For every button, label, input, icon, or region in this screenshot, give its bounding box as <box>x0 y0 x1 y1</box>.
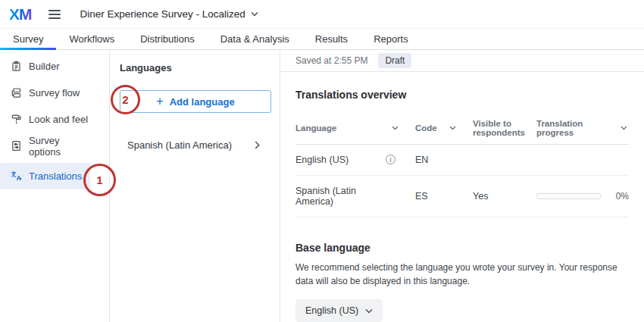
annotation-circle-2: 2 <box>111 85 140 114</box>
annotation-circle-1: 1 <box>83 164 116 196</box>
sidebar-item-builder[interactable]: Builder <box>0 53 90 80</box>
chevron-down-icon <box>251 11 258 17</box>
sidebar-item-label: Builder <box>29 61 59 72</box>
survey-title-dropdown[interactable]: Diner Experience Survey - Localized <box>80 8 258 20</box>
base-language-title: Base language <box>295 242 629 254</box>
tab-results[interactable]: Results <box>302 29 361 49</box>
row-visible: Yes <box>473 175 536 217</box>
col-header-progress: Translation progress <box>536 119 621 137</box>
base-language-section: Base language We recommend selecting the… <box>295 242 629 322</box>
sidebar-item-survey-options[interactable]: Survey options <box>0 133 90 159</box>
language-list-item-spanish[interactable]: Spanish (Latin America) <box>110 131 280 158</box>
add-language-button[interactable]: + Add language <box>120 90 271 113</box>
row-code: ES <box>415 175 473 217</box>
sidebar-item-translations[interactable]: A Translations <box>0 163 90 189</box>
sort-chevron-icon[interactable] <box>621 126 627 130</box>
language-item-label: Spanish (Latin America) <box>127 139 232 151</box>
save-status-bar: Saved at 2:55 PM Draft <box>280 50 644 72</box>
status-badge: Draft <box>378 53 411 68</box>
xm-logo: XM <box>9 5 32 23</box>
row-language: English (US) <box>295 155 349 165</box>
chevron-right-icon <box>255 141 260 149</box>
base-language-value: English (US) <box>305 305 358 316</box>
table-row-english[interactable]: English (US) i EN <box>295 144 629 175</box>
base-language-description: We recommend selecting the language you … <box>295 261 629 289</box>
survey-flow-icon <box>11 87 22 98</box>
info-icon[interactable]: i <box>386 155 395 164</box>
sidebar-item-label: Survey options <box>29 135 90 158</box>
sidebar-item-label: Translations <box>29 170 82 182</box>
sort-chevron-icon[interactable] <box>449 126 456 130</box>
translation-progress-bar <box>536 193 602 199</box>
main-nav-tabs: Survey Workflows Distributions Data & An… <box>0 29 644 50</box>
tab-distributions[interactable]: Distributions <box>127 29 208 49</box>
col-header-code: Code <box>415 123 437 133</box>
translations-table: Language Code Visible to respondents Tra… <box>295 111 629 217</box>
row-language: Spanish (Latin America) <box>295 186 395 207</box>
look-and-feel-icon <box>11 114 22 125</box>
translations-overview-title: Translations overview <box>295 89 629 101</box>
tab-data-analysis[interactable]: Data & Analysis <box>208 29 302 49</box>
tab-workflows[interactable]: Workflows <box>56 29 127 49</box>
sidebar-item-label: Look and feel <box>29 114 88 125</box>
sidebar-item-look-and-feel[interactable]: Look and feel <box>0 106 90 133</box>
sidebar-item-survey-flow[interactable]: Survey flow <box>0 80 90 106</box>
add-language-label: Add language <box>170 96 235 108</box>
sort-chevron-icon[interactable] <box>392 126 399 130</box>
saved-timestamp: Saved at 2:55 PM <box>295 55 367 66</box>
base-language-dropdown[interactable]: English (US) <box>295 299 383 322</box>
hamburger-menu-icon[interactable] <box>48 10 61 19</box>
table-row-spanish[interactable]: Spanish (Latin America) ES Yes 0% <box>295 175 629 217</box>
top-bar: XM Diner Experience Survey - Localized <box>0 0 644 29</box>
row-code: EN <box>415 144 473 175</box>
tab-survey[interactable]: Survey <box>0 29 56 49</box>
col-header-language: Language <box>295 123 336 133</box>
table-header-row: Language Code Visible to respondents Tra… <box>295 111 629 145</box>
survey-options-icon <box>11 140 22 152</box>
chevron-down-icon <box>365 308 373 314</box>
languages-panel-title: Languages <box>110 62 280 73</box>
builder-icon <box>11 61 22 72</box>
tab-reports[interactable]: Reports <box>361 29 421 49</box>
translate-icon: A <box>11 170 22 182</box>
row-visible <box>473 144 536 175</box>
sidebar-item-label: Survey flow <box>29 87 80 98</box>
col-header-visible: Visible to respondents <box>473 119 525 137</box>
plus-icon: + <box>156 95 163 108</box>
main-content: Saved at 2:55 PM Draft Translations over… <box>280 50 644 322</box>
progress-percent-label: 0% <box>612 191 629 202</box>
survey-title: Diner Experience Survey - Localized <box>80 8 245 20</box>
